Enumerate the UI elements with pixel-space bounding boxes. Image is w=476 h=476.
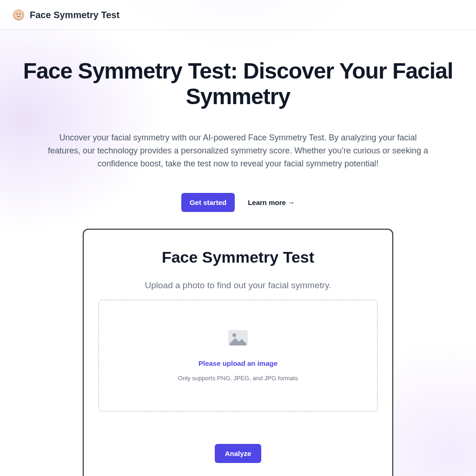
card-title: Face Symmetry Test [99,248,377,266]
svg-point-1 [17,13,18,14]
svg-point-0 [14,11,23,19]
main-content: Face Symmetry Test: Discover Your Facial… [0,30,476,476]
analyze-row: Analyze [99,444,377,463]
svg-point-4 [232,333,236,337]
upload-prompt: Please upload an image [198,359,278,367]
image-placeholder-icon [228,330,248,348]
hero-description: Uncover your facial symmetry with our AI… [45,132,431,171]
learn-more-link[interactable]: Learn more → [248,198,295,206]
header-title: Face Symmetry Test [30,10,119,20]
upload-hint: Only supports PNG, JPEG, and JPG formats [178,375,298,382]
face-logo-icon [13,9,24,20]
upload-dropzone[interactable]: Please upload an image Only supports PNG… [99,300,377,411]
cta-row: Get started Learn more → [19,193,457,212]
upload-card: Face Symmetry Test Upload a photo to fin… [83,229,393,476]
analyze-button[interactable]: Analyze [215,444,262,463]
hero-title: Face Symmetry Test: Discover Your Facial… [19,58,457,109]
svg-point-2 [20,13,20,14]
get-started-button[interactable]: Get started [181,193,235,212]
card-subtitle: Upload a photo to find out your facial s… [99,280,377,291]
header: Face Symmetry Test [0,0,476,30]
